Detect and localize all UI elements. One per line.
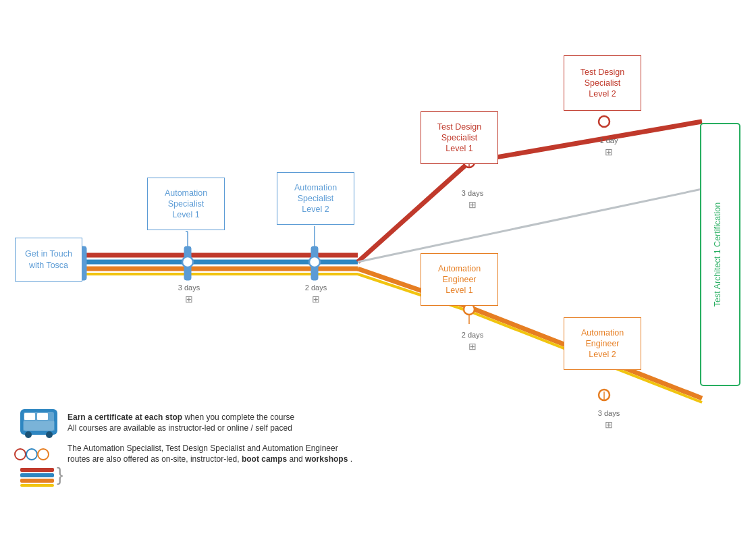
svg-rect-48 (24, 413, 35, 420)
get-in-touch-box: Get in Touchwith Tosca (15, 238, 82, 282)
svg-text:Test Architect 1 Certification: Test Architect 1 Certification (713, 203, 722, 306)
svg-rect-49 (37, 413, 48, 420)
svg-text:2 days: 2 days (305, 284, 327, 292)
auto-spec-l2-box: AutomationSpecialistLevel 2 (277, 172, 354, 225)
svg-text:Earn a certificate at each sto: Earn a certificate at each stop when you… (68, 412, 295, 422)
svg-text:3 days: 3 days (178, 284, 200, 292)
auto-eng-l2-box: AutomationEngineerLevel 2 (564, 317, 641, 370)
svg-point-18 (599, 116, 610, 127)
svg-text:}: } (57, 464, 63, 485)
svg-point-55 (38, 449, 49, 460)
svg-point-51 (46, 431, 53, 438)
svg-text:⊞: ⊞ (185, 294, 193, 304)
svg-text:The Automation Specialist, Tes: The Automation Specialist, Test Design S… (68, 444, 338, 453)
svg-rect-63 (20, 484, 54, 487)
svg-text:2 days: 2 days (462, 331, 484, 339)
svg-point-15 (182, 257, 193, 267)
svg-text:routes are also offered as on-: routes are also offered as on-site, inst… (68, 454, 352, 464)
svg-point-16 (309, 257, 320, 267)
svg-point-50 (25, 431, 32, 438)
test-design-l1-box: Test DesignSpecialistLevel 1 (421, 111, 498, 164)
svg-rect-52 (23, 421, 55, 431)
svg-point-53 (15, 449, 26, 460)
svg-text:⊞: ⊞ (312, 294, 320, 304)
diagram-container: Test Architect 1 Certification 3 days ⊞ … (0, 0, 756, 534)
svg-text:⊞: ⊞ (468, 341, 477, 352)
svg-rect-60 (20, 468, 54, 472)
main-diagram-svg: Test Architect 1 Certification 3 days ⊞ … (0, 0, 756, 534)
svg-text:1 day: 1 day (600, 136, 618, 144)
svg-text:⊞: ⊞ (468, 199, 477, 210)
svg-text:3 days: 3 days (462, 189, 484, 197)
svg-rect-61 (20, 473, 54, 477)
svg-rect-62 (20, 479, 54, 483)
auto-eng-l1-box: AutomationEngineerLevel 1 (421, 253, 498, 306)
auto-spec-l1-box: AutomationSpecialistLevel 1 (147, 178, 225, 230)
svg-text:⊞: ⊞ (605, 146, 613, 157)
test-design-l2-box: Test DesignSpecialistLevel 2 (564, 55, 641, 111)
svg-text:All courses are available as i: All courses are available as instructor-… (68, 423, 292, 433)
svg-text:3 days: 3 days (598, 409, 620, 417)
svg-point-54 (26, 449, 37, 460)
svg-text:⊞: ⊞ (605, 419, 613, 430)
